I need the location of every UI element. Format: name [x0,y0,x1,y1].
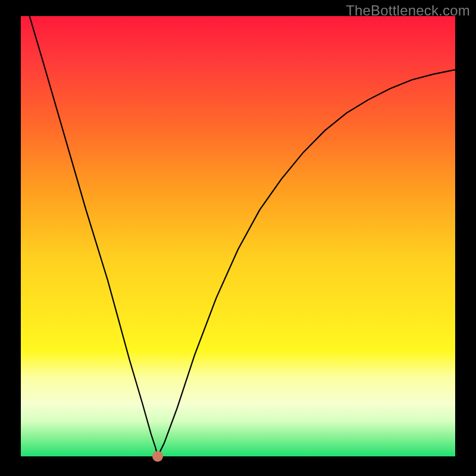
bottleneck-curve [30,16,455,456]
curve-svg [21,16,455,456]
chart-area [21,16,455,456]
minimum-marker [152,451,163,462]
